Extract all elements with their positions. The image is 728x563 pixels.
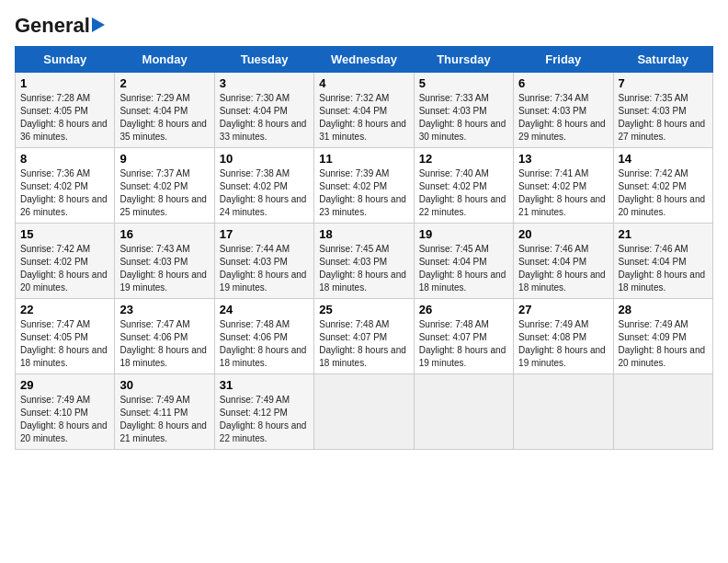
day-number: 7 (619, 76, 708, 90)
day-number: 3 (220, 76, 309, 90)
day-info: Sunrise: 7:44 AMSunset: 4:03 PMDaylight:… (220, 244, 307, 293)
day-info: Sunrise: 7:28 AMSunset: 4:05 PMDaylight:… (20, 93, 108, 142)
day-info: Sunrise: 7:41 AMSunset: 4:02 PMDaylight:… (518, 168, 606, 217)
calendar-cell: 7 Sunrise: 7:35 AMSunset: 4:03 PMDayligh… (613, 73, 712, 148)
day-info: Sunrise: 7:40 AMSunset: 4:02 PMDaylight:… (419, 168, 506, 217)
col-header-sunday: Sunday (16, 47, 115, 73)
logo: General (15, 15, 105, 37)
calendar-cell: 6 Sunrise: 7:34 AMSunset: 4:03 PMDayligh… (514, 73, 613, 148)
day-info: Sunrise: 7:32 AMSunset: 4:04 PMDaylight:… (319, 93, 406, 142)
day-info: Sunrise: 7:46 AMSunset: 4:04 PMDaylight:… (619, 244, 706, 293)
day-info: Sunrise: 7:29 AMSunset: 4:04 PMDaylight:… (119, 93, 207, 142)
day-number: 12 (419, 152, 508, 166)
day-info: Sunrise: 7:30 AMSunset: 4:04 PMDaylight:… (220, 93, 307, 142)
day-info: Sunrise: 7:48 AMSunset: 4:07 PMDaylight:… (319, 319, 406, 368)
day-number: 14 (619, 152, 708, 166)
day-number: 23 (119, 303, 209, 316)
calendar-cell: 10 Sunrise: 7:38 AMSunset: 4:02 PMDaylig… (214, 148, 313, 224)
day-info: Sunrise: 7:39 AMSunset: 4:02 PMDaylight:… (319, 168, 406, 217)
day-number: 2 (119, 76, 209, 90)
calendar-cell: 19 Sunrise: 7:45 AMSunset: 4:04 PMDaylig… (414, 224, 513, 299)
day-number: 15 (20, 227, 109, 241)
day-number: 1 (20, 76, 109, 90)
day-info: Sunrise: 7:36 AMSunset: 4:02 PMDaylight:… (20, 168, 108, 217)
calendar-cell: 1 Sunrise: 7:28 AMSunset: 4:05 PMDayligh… (16, 73, 115, 148)
calendar-week-row: 1 Sunrise: 7:28 AMSunset: 4:05 PMDayligh… (16, 73, 713, 148)
page-header: General (15, 15, 713, 37)
day-number: 28 (619, 303, 708, 316)
day-number: 5 (419, 76, 508, 90)
calendar-cell: 18 Sunrise: 7:45 AMSunset: 4:03 PMDaylig… (314, 224, 414, 299)
day-info: Sunrise: 7:48 AMSunset: 4:06 PMDaylight:… (220, 319, 307, 368)
day-info: Sunrise: 7:47 AMSunset: 4:05 PMDaylight:… (20, 319, 108, 368)
calendar-cell: 16 Sunrise: 7:43 AMSunset: 4:03 PMDaylig… (115, 224, 214, 299)
calendar-header-row: SundayMondayTuesdayWednesdayThursdayFrid… (16, 47, 713, 73)
calendar-week-row: 22 Sunrise: 7:47 AMSunset: 4:05 PMDaylig… (16, 299, 713, 374)
calendar-week-row: 29 Sunrise: 7:49 AMSunset: 4:10 PMDaylig… (16, 374, 713, 450)
day-info: Sunrise: 7:45 AMSunset: 4:04 PMDaylight:… (419, 244, 506, 293)
col-header-tuesday: Tuesday (214, 47, 313, 73)
day-number: 27 (518, 303, 608, 316)
calendar-cell: 3 Sunrise: 7:30 AMSunset: 4:04 PMDayligh… (214, 73, 313, 148)
day-info: Sunrise: 7:35 AMSunset: 4:03 PMDaylight:… (619, 93, 706, 142)
day-number: 8 (20, 152, 109, 166)
day-number: 4 (319, 76, 408, 90)
calendar-cell: 2 Sunrise: 7:29 AMSunset: 4:04 PMDayligh… (115, 73, 214, 148)
calendar-cell: 31 Sunrise: 7:49 AMSunset: 4:12 PMDaylig… (214, 374, 313, 450)
day-info: Sunrise: 7:47 AMSunset: 4:06 PMDaylight:… (119, 319, 207, 368)
day-info: Sunrise: 7:42 AMSunset: 4:02 PMDaylight:… (619, 168, 706, 217)
calendar-cell (514, 374, 613, 450)
day-number: 9 (119, 152, 209, 166)
day-info: Sunrise: 7:49 AMSunset: 4:10 PMDaylight:… (20, 395, 108, 443)
calendar-cell: 26 Sunrise: 7:48 AMSunset: 4:07 PMDaylig… (414, 299, 513, 374)
day-number: 18 (319, 227, 408, 241)
calendar-cell (613, 374, 712, 450)
calendar-cell (314, 374, 414, 450)
col-header-saturday: Saturday (613, 47, 712, 73)
calendar-cell: 22 Sunrise: 7:47 AMSunset: 4:05 PMDaylig… (16, 299, 115, 374)
calendar-table: SundayMondayTuesdayWednesdayThursdayFrid… (15, 46, 713, 450)
day-number: 6 (518, 76, 608, 90)
calendar-cell: 24 Sunrise: 7:48 AMSunset: 4:06 PMDaylig… (214, 299, 313, 374)
day-info: Sunrise: 7:49 AMSunset: 4:09 PMDaylight:… (619, 319, 706, 368)
logo-text-general: General (15, 15, 105, 37)
day-number: 16 (119, 227, 209, 241)
col-header-thursday: Thursday (414, 47, 513, 73)
day-info: Sunrise: 7:46 AMSunset: 4:04 PMDaylight:… (518, 244, 606, 293)
day-number: 13 (518, 152, 608, 166)
calendar-cell: 13 Sunrise: 7:41 AMSunset: 4:02 PMDaylig… (514, 148, 613, 224)
calendar-cell: 12 Sunrise: 7:40 AMSunset: 4:02 PMDaylig… (414, 148, 513, 224)
day-number: 17 (220, 227, 309, 241)
day-number: 26 (419, 303, 508, 316)
day-number: 10 (220, 152, 309, 166)
day-info: Sunrise: 7:48 AMSunset: 4:07 PMDaylight:… (419, 319, 506, 368)
calendar-cell: 28 Sunrise: 7:49 AMSunset: 4:09 PMDaylig… (613, 299, 712, 374)
col-header-wednesday: Wednesday (314, 47, 414, 73)
calendar-cell: 8 Sunrise: 7:36 AMSunset: 4:02 PMDayligh… (16, 148, 115, 224)
calendar-week-row: 15 Sunrise: 7:42 AMSunset: 4:02 PMDaylig… (16, 224, 713, 299)
calendar-cell: 9 Sunrise: 7:37 AMSunset: 4:02 PMDayligh… (115, 148, 214, 224)
day-info: Sunrise: 7:34 AMSunset: 4:03 PMDaylight:… (518, 93, 606, 142)
calendar-cell: 30 Sunrise: 7:49 AMSunset: 4:11 PMDaylig… (115, 374, 214, 450)
calendar-cell: 27 Sunrise: 7:49 AMSunset: 4:08 PMDaylig… (514, 299, 613, 374)
day-number: 24 (220, 303, 309, 316)
day-number: 19 (419, 227, 508, 241)
day-info: Sunrise: 7:45 AMSunset: 4:03 PMDaylight:… (319, 244, 406, 293)
day-info: Sunrise: 7:38 AMSunset: 4:02 PMDaylight:… (220, 168, 307, 217)
calendar-cell: 5 Sunrise: 7:33 AMSunset: 4:03 PMDayligh… (414, 73, 513, 148)
calendar-cell: 20 Sunrise: 7:46 AMSunset: 4:04 PMDaylig… (514, 224, 613, 299)
day-number: 22 (20, 303, 109, 316)
day-info: Sunrise: 7:49 AMSunset: 4:12 PMDaylight:… (220, 395, 307, 443)
calendar-cell: 15 Sunrise: 7:42 AMSunset: 4:02 PMDaylig… (16, 224, 115, 299)
day-number: 31 (220, 378, 309, 392)
day-info: Sunrise: 7:49 AMSunset: 4:08 PMDaylight:… (518, 319, 606, 368)
col-header-monday: Monday (115, 47, 214, 73)
day-info: Sunrise: 7:42 AMSunset: 4:02 PMDaylight:… (20, 244, 108, 293)
day-number: 29 (20, 378, 109, 392)
calendar-week-row: 8 Sunrise: 7:36 AMSunset: 4:02 PMDayligh… (16, 148, 713, 224)
calendar-cell: 14 Sunrise: 7:42 AMSunset: 4:02 PMDaylig… (613, 148, 712, 224)
calendar-cell: 11 Sunrise: 7:39 AMSunset: 4:02 PMDaylig… (314, 148, 414, 224)
calendar-cell: 17 Sunrise: 7:44 AMSunset: 4:03 PMDaylig… (214, 224, 313, 299)
day-number: 11 (319, 152, 408, 166)
calendar-cell: 21 Sunrise: 7:46 AMSunset: 4:04 PMDaylig… (613, 224, 712, 299)
